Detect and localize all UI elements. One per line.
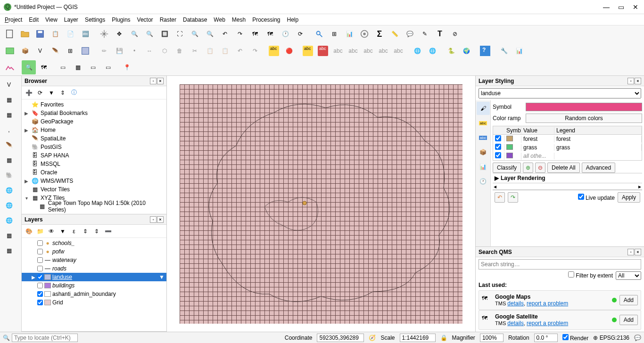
browser-item[interactable]: ▦Vector Tiles [22,185,166,194]
labels-tab-icon[interactable]: abc [477,116,490,130]
temporal-icon[interactable]: 🕐 [278,27,292,41]
magnifier-input[interactable] [480,334,504,342]
rotate-label-icon[interactable]: abc [376,44,390,58]
layer-item[interactable]: —waterway [22,256,166,264]
add-raster-icon[interactable]: ▦ [1,93,17,107]
menu-settings[interactable]: Settings [85,16,105,23]
scale-input[interactable] [400,334,436,342]
menu-edit[interactable]: Edit [29,16,39,23]
open-data-source-icon[interactable] [3,44,17,58]
field-calc-icon[interactable]: 📊 [342,27,356,41]
diagram-icon[interactable]: 🔴 [282,44,296,58]
redo-style-button[interactable]: ↷ [508,192,518,203]
new-3d-view-icon[interactable]: 🗺 [263,27,277,41]
filter-legend-icon[interactable]: ▼ [58,227,67,236]
collapse-browser-icon[interactable]: ⇕ [58,89,67,97]
advanced-button[interactable]: Advanced [582,163,615,173]
plugin1-icon[interactable]: 🔧 [497,44,511,58]
browser-undock-icon[interactable]: ▫ [150,78,157,84]
add-mesh-icon[interactable]: ▦ [1,108,17,122]
menu-mesh[interactable]: Mesh [232,16,246,23]
expression-filter-icon[interactable]: ε [70,227,78,236]
no-action-icon[interactable]: ⊘ [448,27,462,41]
rotation-input[interactable] [534,334,558,342]
layout-manager-icon[interactable]: 📄 [63,27,77,41]
coord-input[interactable] [317,334,364,342]
qms-add-button[interactable]: Add [619,315,638,325]
new-geopackage-icon[interactable]: 📦 [18,44,32,58]
crs-button[interactable]: ⊕ EPSG:2136 [593,335,629,341]
label-icon[interactable]: abc [267,44,281,58]
zoom-layer-icon[interactable]: 🔍 [203,27,217,41]
close-button[interactable]: ✕ [633,3,638,11]
masks-tab-icon[interactable]: abc [477,131,490,144]
apply-button[interactable]: Apply [618,192,640,203]
save-project-icon[interactable] [33,27,47,41]
menu-processing[interactable]: Processing [252,16,280,23]
menu-plugins[interactable]: Plugins [112,16,130,23]
refresh-icon[interactable]: ⟳ [293,27,307,41]
pin-label-icon[interactable]: abc [331,44,345,58]
zoom-last-icon[interactable]: ↶ [218,27,232,41]
layer-item[interactable]: ●schools_ [22,239,166,247]
zoom-out-icon[interactable]: 🔍 [142,27,157,41]
label-tool-icon[interactable]: abc [301,44,315,58]
style-manager-icon[interactable]: 🔤 [78,27,92,41]
browser-item[interactable]: 🐘PostGIS [22,143,166,151]
layer-style-icon[interactable]: 🎨 [25,227,33,236]
filter-browser-icon[interactable]: ▼ [47,89,56,97]
node-tool-icon[interactable]: ⬡ [157,44,172,58]
map-tips-icon[interactable]: 💬 [403,27,417,41]
menu-vector[interactable]: Vector [137,16,153,23]
qms-search-icon[interactable]: 🌐 [425,44,439,58]
browser-item[interactable]: 🗄SAP HANA [22,151,166,160]
attribute-table-icon[interactable]: ⊞ [327,27,341,41]
menu-web[interactable]: Web [214,16,225,23]
measure-icon[interactable]: 📏 [388,27,402,41]
map-canvas[interactable] [167,76,475,332]
help-icon[interactable]: ? [478,44,492,58]
add-vector-icon[interactable]: V [1,78,17,92]
zoom-full-icon[interactable]: ⛶ [173,27,187,41]
layer-item[interactable]: buildings [22,281,166,290]
toolbox-icon[interactable] [357,27,372,41]
expand-all-icon[interactable]: ⇕ [81,227,90,236]
render-checkbox[interactable]: Render [562,334,589,342]
paste-icon[interactable]: 📋 [218,44,232,58]
menu-help[interactable]: Help [287,16,299,23]
menu-layer[interactable]: Layer [64,16,78,23]
add-category-button[interactable]: ⊕ [523,163,533,173]
layers-tree[interactable]: ●schools_●pofw—waterway—roads▶landuse▼bu… [22,238,166,331]
symbology-tab-icon[interactable]: 🖌 [477,102,490,115]
add-vtile-icon[interactable]: ▦ [1,244,17,258]
layer-rendering-section[interactable]: ▶Layer Rendering [493,173,642,183]
new-shapefile-icon[interactable]: V [33,44,47,58]
qms-add-button[interactable]: Add [619,295,638,305]
collapse-all-icon[interactable]: ⇕ [92,227,101,236]
menu-raster[interactable]: Raster [160,16,176,23]
delete-all-button[interactable]: Delete All [547,163,580,173]
pan-icon[interactable] [97,27,111,41]
browser-item[interactable]: ▶🔖Spatial Bookmarks [22,109,166,117]
redo-icon[interactable]: ↷ [248,44,262,58]
toggle-editing-icon[interactable]: ✏ [97,44,111,58]
color-ramp-button[interactable]: Random colors [526,114,642,123]
select-value-icon[interactable]: ▭ [101,60,115,74]
browser-tree[interactable]: ⭐Favorites▶🔖Spatial Bookmarks📦GeoPackage… [22,99,166,214]
lock-scale-icon[interactable]: 🔒 [440,335,447,341]
text-annotation-icon[interactable]: T [433,27,447,41]
copy-icon[interactable]: 📋 [203,44,217,58]
browser-item[interactable]: 🗄Oracle [22,168,166,177]
select-all-icon[interactable]: ▦ [71,60,85,74]
add-delimited-icon[interactable]: , [1,123,17,137]
filter-extent-checkbox[interactable]: Filter by extent [568,271,613,280]
add-wcs-icon[interactable]: 🌐 [1,198,17,212]
menu-database[interactable]: Database [183,16,207,23]
zoom-next-icon[interactable]: ↷ [233,27,247,41]
layer-item[interactable]: Grid [22,298,166,307]
add-wms-icon[interactable]: 🌐 [1,183,17,197]
maximize-button[interactable]: ▭ [618,3,624,11]
new-memory-icon[interactable] [78,44,92,58]
browser-item[interactable]: ▶🌐WMS/WMTS [22,177,166,185]
3d-tab-icon[interactable]: 📦 [477,146,490,159]
